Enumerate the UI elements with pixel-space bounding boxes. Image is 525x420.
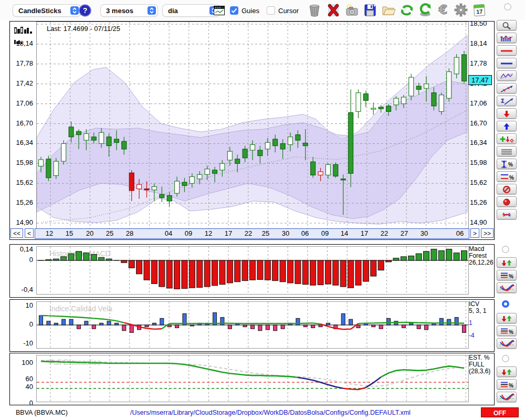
lines-percent-icon: % bbox=[497, 173, 516, 181]
icv-curves-button[interactable] bbox=[497, 338, 517, 349]
lines-percent-tool-button[interactable]: % bbox=[497, 171, 517, 182]
mini-chart-button[interactable] bbox=[214, 6, 225, 15]
sigma-trendline-icon: Σ bbox=[497, 97, 516, 106]
date-strip[interactable]: 1215202528040912172225300609141722273006 bbox=[35, 228, 469, 239]
cursor-label: Cursor bbox=[278, 7, 299, 15]
macd-axis-label: 0 bbox=[10, 256, 33, 264]
icv-min-label: -4 bbox=[469, 332, 475, 339]
price-axis-label: 18,50 bbox=[469, 21, 494, 28]
icv-params-label: ICV 5, 3, 1 bbox=[469, 301, 486, 314]
refresh-button[interactable] bbox=[400, 3, 414, 17]
main-plot[interactable] bbox=[36, 22, 469, 229]
nav-first-button[interactable]: << bbox=[10, 228, 23, 238]
blue-up-arrow-icon bbox=[497, 122, 516, 131]
price-axis-label: 15,98 bbox=[10, 159, 33, 167]
prohibition-icon bbox=[497, 185, 516, 194]
icv-updown-arrows-button[interactable] bbox=[497, 313, 517, 323]
chart-type-select[interactable]: CandleSticks bbox=[13, 5, 80, 16]
macd-curves-button[interactable] bbox=[497, 282, 517, 293]
help-button[interactable]: ? bbox=[79, 4, 91, 17]
trendline-icon bbox=[497, 85, 516, 93]
cursor-checkbox[interactable] bbox=[267, 6, 275, 15]
price-axis-label: 16,70 bbox=[10, 119, 33, 128]
macd-panel: Histograma MACD Macd Forest 26,12,26 0,1… bbox=[9, 244, 495, 298]
svg-text:?: ? bbox=[83, 6, 88, 15]
period-select[interactable]: 3 mesos bbox=[101, 5, 158, 16]
open-button[interactable] bbox=[381, 3, 396, 17]
icv-max-label: 1 bbox=[469, 320, 472, 327]
stochastic-axis-label: 60 bbox=[10, 375, 33, 383]
blue-line-icon bbox=[497, 59, 516, 68]
date-label: 17 bbox=[225, 229, 232, 237]
config-path-link[interactable]: /Users/mserra/Library/CloudStorage/Dropb… bbox=[79, 409, 462, 416]
zoom-tool-button[interactable] bbox=[497, 20, 517, 30]
camera-icon bbox=[344, 11, 359, 19]
macd-percent-lines-button[interactable]: % bbox=[497, 270, 517, 280]
red-line-icon bbox=[497, 47, 516, 55]
volume-histogram-icon bbox=[14, 26, 33, 37]
price-axis-label: 15,62 bbox=[10, 178, 33, 187]
date-label: 30 bbox=[282, 229, 289, 237]
stochastic-percent-lines-button[interactable]: % bbox=[497, 379, 517, 390]
main-panel-radio[interactable] bbox=[504, 3, 511, 10]
blue-hline-tool-button[interactable] bbox=[497, 58, 517, 68]
vertical-arrows-percent-icon: % bbox=[497, 160, 516, 169]
add-signal-tool-button[interactable] bbox=[497, 133, 517, 144]
nav-prev-button[interactable]: < bbox=[25, 228, 34, 238]
sigma-trendline-tool-button[interactable]: Σ bbox=[497, 96, 517, 106]
date-label: 22 bbox=[381, 229, 388, 237]
red-green-arrows-icon bbox=[497, 259, 516, 267]
vertical-range-percent-tool-button[interactable]: % bbox=[497, 159, 517, 169]
undo-icon bbox=[418, 11, 433, 19]
guies-checkbox[interactable] bbox=[230, 6, 238, 15]
nav-last-button[interactable]: >> bbox=[481, 228, 494, 238]
sync-tool-button[interactable] bbox=[497, 209, 517, 219]
levels-tool-button[interactable] bbox=[497, 146, 517, 156]
macd-plot[interactable]: Histograma MACD bbox=[36, 246, 469, 295]
red-hline-tool-button[interactable] bbox=[497, 45, 517, 56]
calendar-button[interactable]: 17 bbox=[472, 3, 487, 17]
euro-button[interactable]: € bbox=[436, 3, 450, 17]
undo-button[interactable] bbox=[418, 3, 433, 17]
histogram-thumbnail-icon bbox=[497, 34, 516, 43]
snapshot-button[interactable] bbox=[344, 3, 359, 17]
magnifier-icon bbox=[497, 22, 516, 30]
price-axis-label: 15,26 bbox=[10, 198, 33, 207]
settings-button[interactable] bbox=[454, 3, 468, 17]
save-button[interactable] bbox=[363, 3, 377, 17]
indicator-thumbnail-button[interactable] bbox=[497, 33, 517, 43]
price-axis-label: 16,34 bbox=[10, 139, 33, 147]
stochastic-radio[interactable] bbox=[502, 355, 509, 362]
delete-button[interactable] bbox=[326, 3, 341, 17]
record-tool-button[interactable] bbox=[497, 196, 517, 207]
buy-arrow-tool-button[interactable] bbox=[497, 121, 517, 131]
interval-select[interactable]: dia bbox=[163, 5, 219, 16]
svg-text:17: 17 bbox=[476, 8, 483, 15]
curves-icon bbox=[497, 393, 516, 402]
icv-axis-label: -10 bbox=[10, 339, 33, 348]
date-nav-row: << < 12152025280409121722253006091417222… bbox=[10, 228, 494, 239]
stochastic-updown-arrows-button[interactable] bbox=[497, 366, 517, 377]
svg-text:Σ: Σ bbox=[501, 98, 505, 104]
current-price-tag: 17,47 bbox=[468, 75, 492, 85]
off-button[interactable]: OFF bbox=[481, 407, 519, 417]
zigzag-tool-button[interactable] bbox=[497, 70, 517, 81]
chevron-updown-icon bbox=[70, 6, 79, 15]
macd-updown-arrows-button[interactable] bbox=[497, 257, 517, 268]
trash-button[interactable] bbox=[307, 3, 322, 17]
trendline-tool-button[interactable] bbox=[497, 83, 517, 93]
stochastic-plot[interactable]: Full Estocastico bbox=[36, 355, 469, 402]
disable-tool-button[interactable] bbox=[497, 184, 517, 194]
date-label: 06 bbox=[301, 229, 309, 237]
stochastic-panel: Full Estocastico EST. % FULL (28,3,6) 10… bbox=[9, 353, 495, 405]
icv-percent-lines-button[interactable]: % bbox=[497, 326, 517, 336]
nav-next-button[interactable]: > bbox=[470, 228, 479, 238]
sell-arrow-tool-button[interactable] bbox=[497, 108, 517, 119]
main-price-panel: Last: 17.4699 - 07/11/25 17,47 << < 1215… bbox=[9, 21, 495, 240]
stochastic-curves-button[interactable] bbox=[497, 392, 517, 402]
macd-radio[interactable] bbox=[502, 246, 509, 253]
icv-radio[interactable] bbox=[502, 300, 509, 308]
icv-plot[interactable]: Indice Calidad Vela bbox=[36, 301, 469, 349]
chart-type-value: CandleSticks bbox=[18, 7, 61, 15]
svg-text:%: % bbox=[509, 329, 513, 335]
